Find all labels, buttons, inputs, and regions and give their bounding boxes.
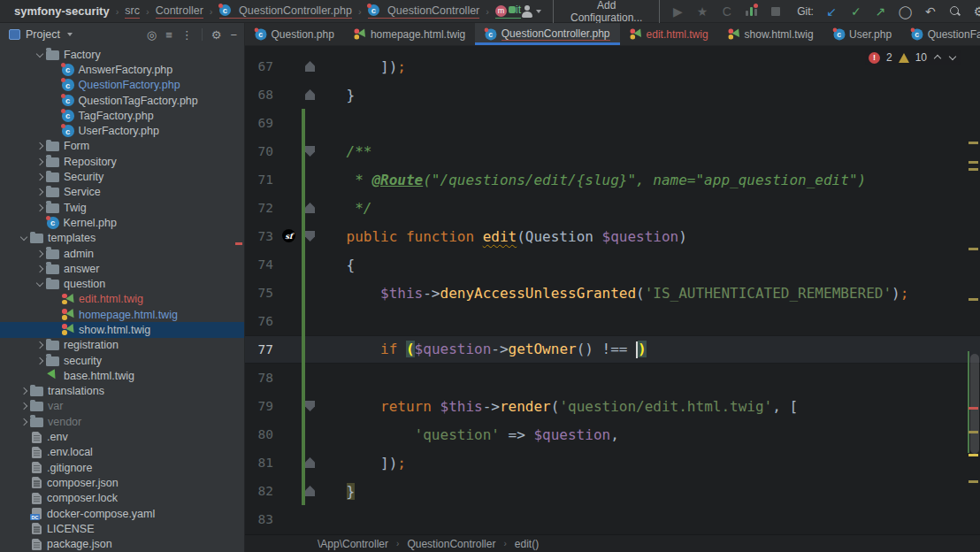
panel-options-gear-icon[interactable]: ⚙	[211, 28, 222, 42]
line-number[interactable]: 69	[245, 116, 273, 130]
tree-item-security[interactable]: Security	[0, 169, 244, 184]
chevron-down-icon[interactable]	[18, 233, 28, 243]
status-breadcrumb-questioncontroller[interactable]: QuestionController	[407, 538, 495, 550]
tree-item-templates[interactable]: templates	[0, 231, 244, 246]
chevron-right-icon[interactable]	[34, 203, 44, 213]
symfony-route-gutter-icon[interactable]: sf	[282, 229, 295, 242]
line-number[interactable]: 70	[245, 144, 273, 158]
coverage-icon[interactable]: C	[720, 4, 733, 19]
tab-questionfactory-php[interactable]: cQuestionFactory.php	[901, 23, 980, 45]
tree-item-show-html-twig[interactable]: show.html.twig	[0, 322, 244, 337]
tree-item-tagfactory-php[interactable]: cTagFactory.php	[0, 108, 244, 123]
line-number[interactable]: 83	[245, 512, 273, 526]
search-everywhere-icon[interactable]	[948, 4, 961, 19]
code-text[interactable]: $this->denyAccessUnlessGranted('IS_AUTHE…	[312, 285, 980, 302]
locate-file-icon[interactable]: ◎	[147, 28, 157, 42]
gutter[interactable]	[273, 165, 312, 194]
code-text[interactable]: }	[312, 483, 980, 500]
line-number[interactable]: 78	[245, 371, 273, 385]
gutter[interactable]: sf	[273, 222, 312, 250]
code-line-78[interactable]: 78	[245, 364, 980, 392]
code-text[interactable]: ]);	[312, 455, 980, 472]
code-text[interactable]: 'question' => $question,	[312, 426, 980, 443]
stop-icon[interactable]	[769, 4, 783, 19]
code-text[interactable]: }	[312, 87, 980, 104]
code-line-79[interactable]: 79 return $this->render('question/edit.h…	[245, 392, 980, 420]
tree-item-factory[interactable]: Factory	[0, 47, 244, 62]
line-number[interactable]: 79	[245, 399, 273, 413]
code-text[interactable]: if ($question->getOwner() !== )	[312, 341, 980, 358]
code-line-81[interactable]: 81 ]);	[245, 448, 980, 477]
tree-item-repository[interactable]: Repository	[0, 154, 244, 169]
line-number[interactable]: 71	[245, 172, 273, 187]
tree-item-translations[interactable]: translations	[0, 384, 244, 399]
tree-item-composer-json[interactable]: composer.json	[0, 475, 244, 490]
tree-item-base-html-twig[interactable]: base.html.twig	[0, 368, 244, 383]
tree-item-answerfactory-php[interactable]: cAnswerFactory.php	[0, 62, 244, 77]
code-line-83[interactable]: 83	[245, 505, 980, 533]
chevron-right-icon[interactable]	[34, 141, 44, 151]
error-stripe-mark[interactable]	[969, 248, 978, 250]
tree-item-service[interactable]: Service	[0, 185, 244, 200]
chevron-right-icon[interactable]	[34, 356, 44, 366]
tree-item-homepage-html-twig[interactable]: homepage.html.twig	[0, 307, 244, 322]
undo-icon[interactable]: ↶	[923, 4, 937, 19]
prev-issue-icon[interactable]	[933, 53, 942, 62]
chevron-right-icon[interactable]	[34, 249, 44, 259]
status-breadcrumb-edit[interactable]: edit()	[515, 538, 539, 550]
line-number[interactable]: 73	[245, 229, 273, 243]
error-stripe-mark[interactable]	[969, 142, 978, 144]
code-line-70[interactable]: 70 /**	[245, 137, 980, 165]
gutter[interactable]	[273, 279, 312, 307]
code-text[interactable]: /**	[312, 143, 980, 160]
code-line-74[interactable]: 74 {	[245, 250, 980, 279]
code-text[interactable]: * @Route("/questions/edit/{slug}", name=…	[312, 172, 980, 188]
chevron-down-icon[interactable]	[34, 279, 44, 289]
line-number[interactable]: 82	[245, 484, 273, 498]
code-line-72[interactable]: 72 */	[245, 194, 980, 222]
gutter[interactable]	[273, 80, 312, 109]
gutter[interactable]	[273, 505, 312, 533]
error-stripe-mark[interactable]	[969, 298, 978, 301]
user-account-button[interactable]	[521, 5, 541, 18]
collapse-all-icon[interactable]: ⋮	[181, 28, 193, 42]
gutter[interactable]	[273, 250, 312, 279]
chevron-down-icon[interactable]	[67, 33, 73, 36]
line-number[interactable]: 67	[245, 59, 273, 73]
code-text[interactable]: {	[312, 257, 980, 273]
line-number[interactable]: 77	[245, 342, 273, 356]
breadcrumb-questioncontroller[interactable]: cQuestionController	[368, 4, 480, 19]
gutter[interactable]	[273, 420, 312, 448]
tree-item-gitignore[interactable]: .gitignore	[0, 460, 244, 475]
inspection-widget[interactable]: ! 2 10	[865, 50, 961, 65]
gutter[interactable]	[273, 364, 312, 392]
gutter[interactable]	[273, 392, 312, 420]
tree-item-answer[interactable]: answer	[0, 261, 244, 276]
tree-item-package-json[interactable]: package.json	[0, 537, 244, 552]
code-text[interactable]: return $this->render('question/edit.html…	[312, 398, 980, 415]
line-number[interactable]: 81	[245, 456, 273, 470]
tab-homepage-html-twig[interactable]: homepage.html.twig	[344, 23, 475, 45]
tree-item-docker-compose-yaml[interactable]: docker-compose.yaml	[0, 506, 244, 521]
tree-item-vendor[interactable]: vendor	[0, 414, 244, 429]
debug-icon[interactable]: ★	[696, 4, 709, 19]
tree-item-admin[interactable]: admin	[0, 246, 244, 261]
chevron-right-icon[interactable]	[34, 172, 44, 182]
tree-item-registration[interactable]: registration	[0, 338, 244, 353]
tab-questioncontroller-php[interactable]: cQuestionController.php	[475, 23, 619, 45]
code-line-69[interactable]: 69	[245, 109, 980, 137]
hide-panel-icon[interactable]: −	[230, 28, 237, 42]
line-number[interactable]: 75	[245, 286, 273, 300]
tree-item-question[interactable]: question	[0, 276, 244, 291]
git-commit-icon[interactable]: ✓	[850, 4, 863, 19]
breadcrumb-questioncontroller-php[interactable]: cQuestionController.php	[219, 4, 352, 19]
gutter[interactable]	[273, 109, 312, 137]
error-stripe-mark[interactable]	[969, 431, 978, 433]
tree-item-userfactory-php[interactable]: cUserFactory.php	[0, 123, 244, 138]
git-update-icon[interactable]: ↙	[825, 4, 838, 19]
line-number[interactable]: 72	[245, 201, 273, 215]
gutter[interactable]	[273, 477, 312, 505]
line-number[interactable]: 74	[245, 257, 273, 272]
tree-item-questionfactory-php[interactable]: cQuestionFactory.php	[0, 78, 244, 93]
gutter[interactable]	[273, 52, 312, 80]
